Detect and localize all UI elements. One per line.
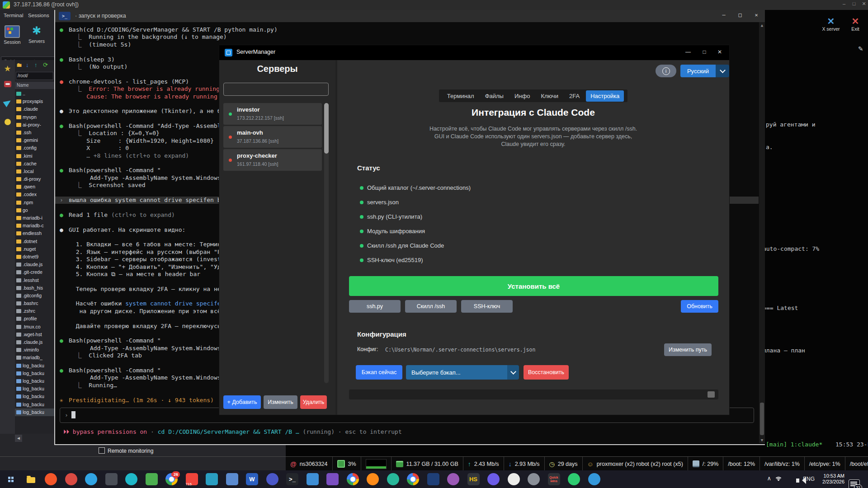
file-row[interactable]: endlessh [15,230,54,237]
file-row[interactable]: dotnet9 [15,253,54,261]
file-row[interactable]: .claude [15,105,54,113]
x-server-button[interactable]: ✕ X server [821,16,841,32]
file-row[interactable]: log_backu [15,408,54,416]
scroll-down-icon[interactable]: ▼ [759,438,765,442]
app-slate-icon[interactable] [226,473,238,485]
app-blue-2-icon[interactable] [588,473,600,485]
terminal-cmd-icon[interactable]: >_ [286,473,298,485]
file-row[interactable]: mariadb_ [15,354,54,361]
file-row[interactable]: .nuget [15,245,54,253]
menu-terminal[interactable]: Terminal [4,13,23,18]
file-row[interactable]: .bash_his [15,284,54,292]
terminal-minimize-button[interactable]: — [717,12,731,18]
file-row[interactable]: .profile [15,315,54,323]
file-row[interactable]: .qwen [15,183,54,191]
refresh-button[interactable]: Обновить [681,300,718,313]
app-cyan-icon[interactable] [206,473,218,485]
wifi-icon[interactable] [774,477,782,482]
sftp-icon[interactable] [0,119,15,125]
macros-icon[interactable] [0,99,15,106]
log-scrollbar-thumb[interactable] [708,391,715,398]
language-select[interactable]: Русский [680,65,729,77]
app-green-2-icon[interactable] [568,473,580,485]
tray-expand-icon[interactable]: ∧ [767,475,771,482]
app-indigo-icon[interactable] [266,473,278,485]
file-row[interactable]: log_backu [15,385,54,393]
notification-center-icon[interactable]: 32 [849,479,860,488]
sm-maximize-button[interactable]: □ [698,49,711,55]
sidebar-button-edit[interactable]: Изменить [264,395,297,409]
app-teal-icon[interactable] [125,473,137,485]
file-row[interactable]: mariadb-c [15,222,54,230]
install-button-2[interactable]: SSH-ключ [461,300,513,313]
menu-sessions[interactable]: Sessions [28,13,49,18]
scroll-up-icon[interactable]: ▲ [759,23,765,28]
file-row[interactable]: .kimi [15,152,54,160]
tab-настройка[interactable]: Настройка [586,90,624,102]
file-row[interactable]: mariadb-i [15,214,54,222]
file-row[interactable]: .viminfo [15,346,54,354]
remote-monitoring-checkbox[interactable]: Remote monitoring [99,447,153,454]
terminal-maximize-button[interactable]: □ [733,12,747,18]
server-search-input[interactable] [223,83,329,96]
file-row[interactable]: ai-proxy- [15,121,54,129]
file-row[interactable]: .lesshst [15,277,54,284]
folder-up-icon[interactable]: 🖿 [16,61,22,68]
app-teal-2-icon[interactable] [387,473,399,485]
tab-инфо[interactable]: Инфо [510,90,534,102]
server-card[interactable]: main-ovh37.187.136.86 [ssh] [223,126,322,148]
sidebar-scrollbar[interactable] [324,103,329,383]
app-green-icon[interactable] [146,473,158,485]
tools-icon[interactable] [0,81,15,87]
brave-icon[interactable] [45,473,57,485]
file-row[interactable]: log_backu [15,393,54,400]
file-row[interactable]: .ssh [15,129,54,136]
server-card[interactable]: investor173.212.212.157 [ssh] [223,103,322,125]
sidebar-button-add[interactable]: + Добавить [223,395,261,409]
start-icon[interactable] [5,473,17,485]
file-row[interactable]: .zshrc [15,307,54,315]
file-row[interactable]: .claude.js [15,261,54,268]
file-row[interactable]: .bashrc [15,300,54,307]
refresh-icon[interactable]: ⟳ [43,61,48,68]
backup-select[interactable]: Выберите бэкап... [406,365,519,380]
app-navy-icon[interactable] [427,473,439,485]
app-hs-icon[interactable]: HS [467,473,480,485]
scrollbar-thumb[interactable] [760,403,764,435]
pencil-icon[interactable]: ✎ [858,45,863,52]
file-row[interactable]: .gitconfig [15,292,54,300]
file-row[interactable]: log_backu [15,377,54,385]
app-violet-icon[interactable] [447,473,459,485]
chrome-2-icon[interactable] [347,473,359,485]
file-row[interactable]: .codex [15,191,54,198]
file-row[interactable]: .cache [15,160,54,168]
file-row[interactable]: log_backu [15,370,54,377]
file-row[interactable]: .gemini [15,136,54,144]
favorites-star-icon[interactable]: ★ [0,64,15,74]
file-row[interactable]: .npm [15,199,54,206]
file-row[interactable]: .wget-hst [15,331,54,338]
volume-icon[interactable] [796,476,799,484]
server-card[interactable]: proxy-checker161.97.118.40 [ssh] [223,149,322,171]
file-row[interactable]: proxyapis [15,98,54,105]
install-all-button[interactable]: Установить всё [349,276,718,296]
file-row[interactable]: .claude.js [15,338,54,346]
quick-app-icon[interactable]: Quick wins [548,473,560,485]
file-row[interactable]: myvpn [15,113,54,121]
app-dark-icon[interactable] [105,473,118,485]
file-row[interactable]: .local [15,168,54,175]
upload-icon[interactable]: ↑ [34,61,38,68]
firefox-icon[interactable] [367,473,379,485]
exit-button[interactable]: ✕ Exit [845,16,865,32]
moba-minimize-button[interactable]: – [840,1,848,6]
file-row[interactable]: .dotnet [15,238,54,245]
install-button-0[interactable]: ssh.py [349,300,401,313]
backup-now-button[interactable]: Бэкап сейчас [356,365,402,380]
restore-button[interactable]: Восстановить [524,365,569,380]
clock[interactable]: 10:53 AM 2/23/2026 [822,473,844,485]
tab-терминал[interactable]: Терминал [443,90,479,102]
toolbar-session-button[interactable]: Session [1,25,24,45]
chrome-icon[interactable]: 26 [165,473,178,485]
sidebar-button-delete[interactable]: Удалить [300,395,327,409]
language-indicator[interactable]: ENG [803,476,815,482]
